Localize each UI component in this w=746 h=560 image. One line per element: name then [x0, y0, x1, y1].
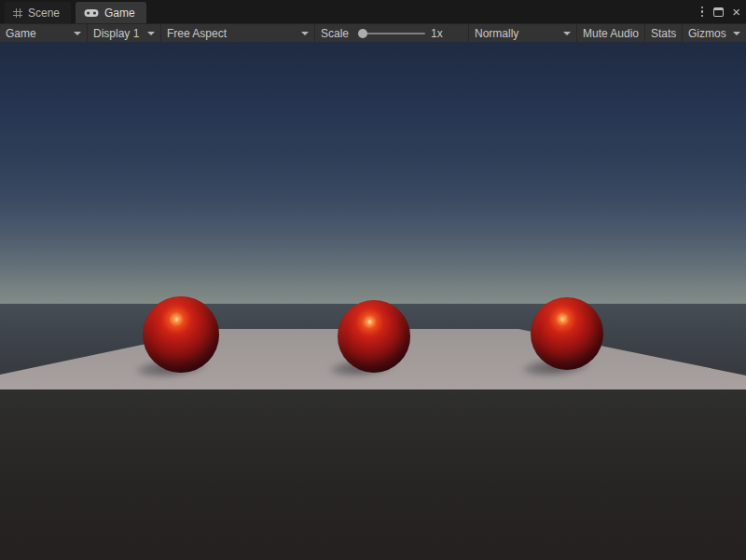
unity-game-window: Scene Game × Game Display 1 Free Aspect: [0, 0, 746, 560]
scale-slider[interactable]: [358, 28, 425, 39]
chevron-down-icon: [563, 32, 571, 35]
play-mode-label: Normally: [469, 27, 524, 40]
red-sphere: [531, 297, 603, 370]
game-mode-label: Game: [0, 27, 42, 40]
window-controls: ×: [698, 0, 742, 23]
game-view-toolbar: Game Display 1 Free Aspect Scale 1x Norm…: [0, 23, 746, 42]
scale-label: Scale: [315, 27, 354, 40]
mute-audio-label: Mute Audio: [577, 27, 644, 40]
scale-control: Scale 1x: [314, 24, 468, 42]
game-render-viewport[interactable]: [0, 42, 746, 560]
gizmos-label: Gizmos: [683, 27, 732, 40]
stats-label: Stats: [645, 27, 682, 40]
aspect-ratio-label: Free Aspect: [161, 27, 232, 40]
chevron-down-icon: [74, 32, 81, 35]
play-mode-dropdown[interactable]: Normally: [468, 24, 576, 42]
scale-slider-track: [358, 33, 425, 34]
display-target-dropdown[interactable]: Display 1: [87, 24, 160, 42]
display-target-label: Display 1: [88, 27, 145, 40]
gizmos-dropdown[interactable]: Gizmos: [682, 24, 746, 42]
scale-value: 1x: [429, 27, 443, 40]
tab-scene[interactable]: Scene: [5, 2, 71, 23]
skybox-near-ground: [0, 389, 746, 560]
aspect-ratio-dropdown[interactable]: Free Aspect: [160, 24, 314, 42]
chevron-down-icon: [733, 32, 740, 35]
tab-game-label: Game: [104, 7, 135, 20]
stats-button[interactable]: Stats: [644, 24, 682, 42]
mute-audio-button[interactable]: Mute Audio: [576, 24, 644, 42]
chevron-down-icon: [147, 32, 155, 35]
scene-grid-icon: [13, 8, 22, 18]
maximize-icon[interactable]: [713, 7, 724, 17]
close-icon[interactable]: ×: [730, 7, 742, 18]
tab-game[interactable]: Game: [76, 2, 146, 23]
tab-scene-label: Scene: [28, 7, 60, 20]
chevron-down-icon: [301, 32, 309, 35]
red-sphere: [143, 296, 219, 373]
gamepad-icon: [84, 8, 99, 18]
skybox-sky: [0, 42, 746, 304]
game-mode-dropdown[interactable]: Game: [0, 24, 87, 42]
tab-bar: Scene Game ×: [0, 0, 746, 23]
kebab-menu-icon[interactable]: [698, 5, 708, 20]
scale-slider-knob[interactable]: [358, 29, 367, 38]
red-sphere: [338, 300, 410, 373]
